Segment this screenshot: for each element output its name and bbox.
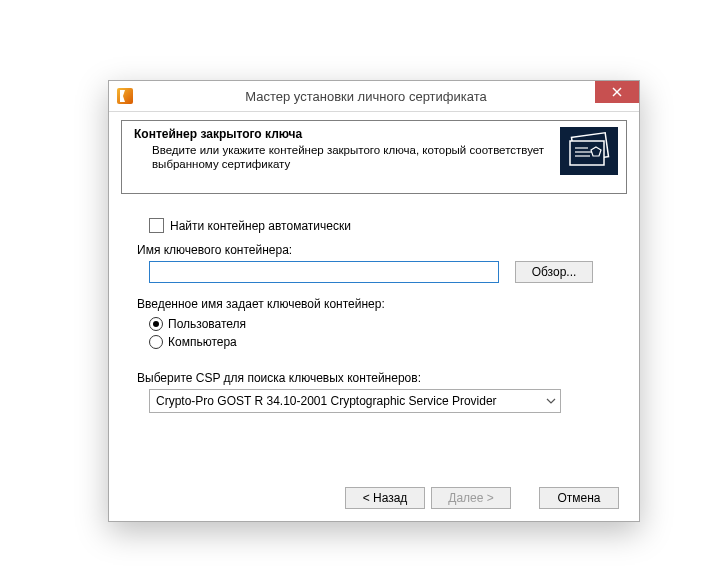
back-button[interactable]: < Назад [345,487,425,509]
auto-find-checkbox-row[interactable]: Найти контейнер автоматически [149,218,611,233]
chevron-down-icon [546,398,556,404]
next-button: Далее > [431,487,511,509]
container-name-label: Имя ключевого контейнера: [137,243,611,257]
header-description: Введите или укажите контейнер закрытого … [134,143,554,172]
auto-find-label: Найти контейнер автоматически [170,219,351,233]
browse-button[interactable]: Обзор... [515,261,593,283]
radio-user-label: Пользователя [168,315,246,333]
body-area: Найти контейнер автоматически Имя ключев… [109,194,639,413]
wizard-window: Мастер установки личного сертификата Кон… [108,80,640,522]
certificate-icon [560,127,618,175]
header-banner: Контейнер закрытого ключа Введите или ук… [121,120,627,194]
title-bar: Мастер установки личного сертификата [109,81,639,112]
window-title: Мастер установки личного сертификата [133,89,639,104]
close-icon [612,87,622,97]
close-button[interactable] [595,81,639,103]
header-text: Контейнер закрытого ключа Введите или ук… [134,127,560,172]
radio-computer[interactable] [149,335,163,349]
radio-computer-label: Компьютера [168,333,237,351]
svg-rect-3 [570,141,604,165]
radio-computer-row[interactable]: Компьютера [149,333,611,351]
csp-label: Выберите CSP для поиска ключевых контейн… [137,371,611,385]
csp-select[interactable]: Crypto-Pro GOST R 34.10-2001 Cryptograph… [149,389,561,413]
cancel-button[interactable]: Отмена [539,487,619,509]
radio-user[interactable] [149,317,163,331]
csp-selected-value: Crypto-Pro GOST R 34.10-2001 Cryptograph… [156,394,497,408]
header-title: Контейнер закрытого ключа [134,127,554,141]
scope-label: Введенное имя задает ключевой контейнер: [137,297,611,311]
button-bar: < Назад Далее > Отмена [109,474,639,521]
radio-user-row[interactable]: Пользователя [149,315,611,333]
auto-find-checkbox[interactable] [149,218,164,233]
container-name-input[interactable] [149,261,499,283]
app-icon [117,88,133,104]
